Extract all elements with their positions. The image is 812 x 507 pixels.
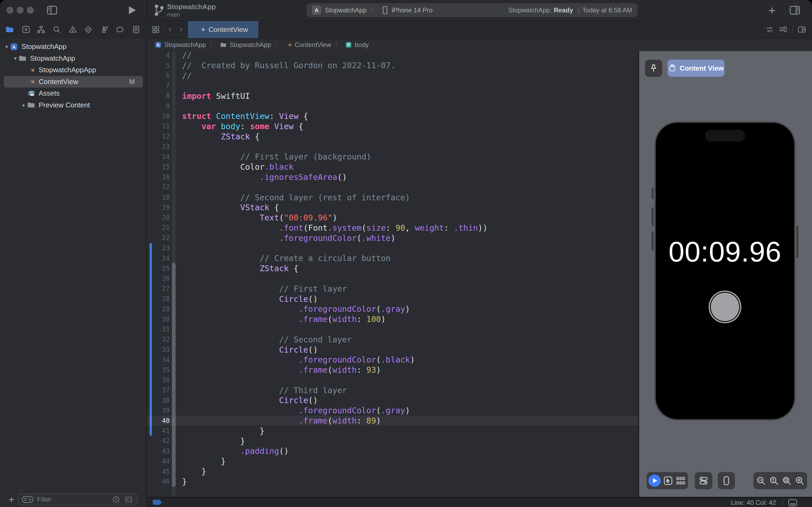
source-control-navigator-icon[interactable]	[21, 24, 32, 35]
stopwatch-button[interactable]	[709, 291, 741, 323]
code-line[interactable]: 21 .font(Font.system(size: 90, weight: .…	[147, 223, 638, 233]
code-line[interactable]: 26	[147, 274, 638, 284]
code-line[interactable]: 23	[147, 243, 638, 253]
editor-tab-contentview[interactable]: ContentView	[188, 21, 258, 38]
code-line[interactable]: 18 // Second layer (rest of interface)	[147, 192, 638, 203]
device-settings-icon[interactable]	[698, 475, 709, 486]
code-line[interactable]: 25 ZStack {	[147, 264, 638, 274]
zoom-in-icon[interactable]	[794, 475, 805, 486]
toggle-navigator-icon[interactable]	[47, 5, 57, 16]
code-line[interactable]: 16 .ignoresSafeArea()	[147, 172, 638, 182]
code-line[interactable]: 22 .foregroundColor(.white)	[147, 233, 638, 243]
code-line[interactable]: 39 .foregroundColor(.gray)	[147, 405, 638, 416]
sidebar-item-stopwatchappapp[interactable]: StopwatchAppApp	[0, 64, 147, 76]
add-editor-icon[interactable]	[797, 24, 807, 35]
breadcrumb-item-stopwatchapp[interactable]: StopwatchApp	[220, 41, 271, 49]
source-control-filter-icon[interactable]	[125, 496, 133, 504]
code-line[interactable]: 34 .foregroundColor(.black)	[147, 355, 638, 365]
code-line[interactable]: 46}	[147, 476, 638, 487]
code-line[interactable]: 20 Text("00:09.96")	[147, 213, 638, 223]
code-line[interactable]: 45 }	[147, 466, 638, 477]
variants-mode-icon[interactable]	[675, 475, 686, 486]
bottom-bar-toggle-icon[interactable]	[787, 498, 798, 507]
editor-options-icon[interactable]	[777, 24, 789, 35]
code-line[interactable]: 31	[147, 324, 638, 335]
breakpoint-navigator-icon[interactable]	[115, 24, 125, 35]
run-button[interactable]	[129, 6, 136, 14]
breadcrumb[interactable]: AStopwatchApp〉StopwatchApp〉ContentView〉P…	[147, 39, 812, 51]
toggle-inspector-icon[interactable]	[790, 5, 800, 16]
device-bezels-icon[interactable]	[721, 475, 732, 486]
code-review-icon[interactable]	[764, 24, 775, 35]
zoom-100-icon[interactable]	[768, 475, 779, 486]
issue-navigator-icon[interactable]	[67, 24, 78, 35]
code-line[interactable]: 4//	[147, 51, 638, 60]
find-navigator-icon[interactable]	[51, 24, 62, 35]
code-line[interactable]: 14 // First layer (background)	[147, 152, 638, 162]
recent-files-icon[interactable]	[112, 496, 120, 504]
zoom-out-icon[interactable]	[756, 475, 766, 486]
code-line[interactable]: 8import SwiftUI	[147, 91, 638, 101]
selectable-mode-icon[interactable]	[663, 475, 674, 486]
debug-navigator-icon[interactable]	[99, 24, 110, 35]
code-line[interactable]: 5// Created by Russell Gordon on 2022-11…	[147, 60, 638, 71]
breakpoint-indicator-icon[interactable]	[153, 500, 162, 505]
code-line[interactable]: 24 // Create a circular button	[147, 253, 638, 264]
zoom-fit-icon[interactable]	[781, 475, 792, 486]
disclosure-icon[interactable]: ▸	[21, 102, 27, 108]
add-file-icon[interactable]: +	[9, 494, 14, 505]
test-navigator-icon[interactable]	[83, 24, 94, 35]
code-line[interactable]: 41 }	[147, 426, 638, 436]
branch-name[interactable]: main	[167, 11, 180, 18]
project-name[interactable]: StopwatchApp	[167, 3, 216, 11]
code-line[interactable]: 40 .frame(width: 89)	[147, 416, 638, 426]
disclosure-icon[interactable]: ▾	[4, 44, 10, 50]
close-window-button[interactable]	[6, 7, 13, 14]
code-line[interactable]: 43 .padding()	[147, 446, 638, 456]
code-line[interactable]: 19 VStack {	[147, 203, 638, 213]
code-line[interactable]: 11 var body: some View {	[147, 121, 638, 131]
code-line[interactable]: 12 ZStack {	[147, 131, 638, 142]
sidebar-item-contentview[interactable]: ContentViewM	[4, 76, 143, 88]
scheme-name[interactable]: StopwatchApp	[325, 6, 366, 14]
zoom-window-button[interactable]	[27, 7, 34, 14]
sidebar-item-preview-content[interactable]: ▸Preview Content	[0, 99, 147, 111]
code-line[interactable]: 28 Circle()	[147, 294, 638, 304]
code-line[interactable]: 30 .frame(width: 100)	[147, 314, 638, 324]
code-line[interactable]: 15 Color.black	[147, 162, 638, 172]
run-destination[interactable]: iPhone 14 Pro	[392, 6, 432, 14]
filter-field[interactable]: Filter	[18, 494, 137, 505]
code-line[interactable]: 32 // Second layer	[147, 334, 638, 344]
sidebar-item-assets[interactable]: Assets	[0, 88, 147, 99]
sidebar-item-stopwatchapp[interactable]: ▾AStopwatchApp	[0, 41, 147, 53]
breadcrumb-item-contentview[interactable]: ContentView	[285, 41, 331, 49]
minimize-window-button[interactable]	[17, 7, 23, 14]
content-view-preview-button[interactable]: Content View	[668, 60, 724, 77]
code-line[interactable]: 38 Circle()	[147, 395, 638, 405]
go-forward-icon[interactable]: ›	[179, 23, 183, 35]
code-editor[interactable]: 4//5// Created by Russell Gordon on 2022…	[147, 51, 638, 497]
breadcrumb-item-stopwatchapp[interactable]: AStopwatchApp	[155, 41, 206, 49]
disclosure-icon[interactable]: ▾	[12, 55, 18, 61]
go-back-icon[interactable]: ‹	[168, 23, 172, 35]
live-preview-play-icon[interactable]	[648, 474, 661, 487]
code-line[interactable]: 17	[147, 182, 638, 192]
code-line[interactable]: 27 // First layer	[147, 284, 638, 294]
code-line[interactable]: 6//	[147, 71, 638, 81]
symbols-navigator-icon[interactable]	[36, 24, 47, 35]
code-line[interactable]: 13	[147, 142, 638, 152]
related-items-icon[interactable]	[151, 24, 161, 35]
add-item-icon[interactable]: +	[768, 4, 775, 17]
code-line[interactable]: 10struct ContentView: View {	[147, 111, 638, 121]
sidebar-item-stopwatchapp[interactable]: ▾StopwatchApp	[0, 53, 147, 64]
code-line[interactable]: 42 }	[147, 436, 638, 446]
code-line[interactable]: 29 .foregroundColor(.gray)	[147, 304, 638, 314]
code-line[interactable]: 33 Circle()	[147, 344, 638, 355]
report-navigator-icon[interactable]	[131, 24, 141, 35]
pin-preview-button[interactable]	[645, 60, 662, 77]
project-navigator-icon[interactable]	[4, 24, 15, 35]
code-line[interactable]: 36	[147, 375, 638, 385]
code-line[interactable]: 35 .frame(width: 93)	[147, 365, 638, 375]
breadcrumb-item-body[interactable]: Pbody	[345, 41, 369, 49]
code-line[interactable]: 9	[147, 101, 638, 111]
